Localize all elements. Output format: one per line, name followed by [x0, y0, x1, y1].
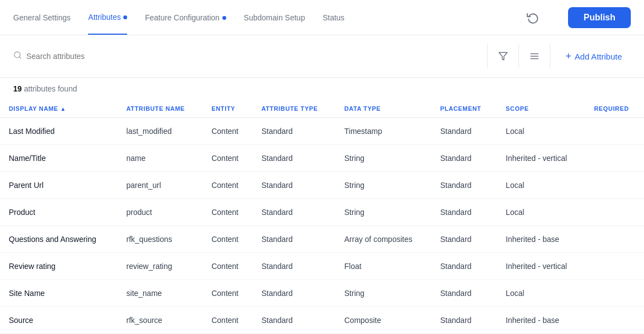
- results-count-row: 19 attributes found: [0, 78, 644, 100]
- sort-arrow-icon: ▲: [61, 106, 67, 112]
- table-row[interactable]: Site Name site_name Content Standard Str…: [0, 280, 644, 307]
- cell-scope: Local: [497, 199, 585, 226]
- cell-display-name: Name/Title: [0, 145, 118, 172]
- cell-attribute-type: Standard: [253, 118, 336, 145]
- cell-attribute-type: Standard: [253, 226, 336, 253]
- cell-attribute-type: Standard: [253, 280, 336, 307]
- table-row[interactable]: Last Modified last_modified Content Stan…: [0, 118, 644, 145]
- cell-placement: Standard: [432, 172, 497, 199]
- col-attribute-type: Attribute Type: [253, 100, 336, 118]
- cell-data-type: Array of composites: [336, 226, 432, 253]
- cell-scope: Local: [497, 172, 585, 199]
- cell-scope: Inherited - base: [497, 307, 585, 334]
- attributes-dot: [123, 15, 127, 19]
- cell-scope: Local: [497, 118, 585, 145]
- table-row[interactable]: Source rfk_source Content Standard Compo…: [0, 307, 644, 334]
- cell-attribute-name: rfk_source: [118, 307, 203, 334]
- cell-placement: Standard: [432, 253, 497, 280]
- cell-display-name: Review rating: [0, 253, 118, 280]
- cell-entity: Content: [203, 172, 253, 199]
- search-icon: [13, 51, 22, 62]
- cell-scope: Inherited - vertical: [497, 145, 585, 172]
- cell-required: [585, 307, 644, 334]
- cell-required: [585, 280, 644, 307]
- cell-entity: Content: [203, 226, 253, 253]
- cell-display-name: Parent Url: [0, 172, 118, 199]
- cell-placement: Standard: [432, 118, 497, 145]
- cell-display-name: Source: [0, 307, 118, 334]
- cell-attribute-type: Standard: [253, 145, 336, 172]
- history-button[interactable]: [522, 7, 544, 29]
- cell-scope: Local: [497, 280, 585, 307]
- nav-subdomain-setup[interactable]: Subdomain Setup: [244, 1, 305, 34]
- nav-feature-configuration[interactable]: Feature Configuration: [145, 1, 226, 34]
- col-display-name: Display Name ▲: [0, 100, 118, 118]
- table-row[interactable]: Review rating review_rating Content Stan…: [0, 253, 644, 280]
- col-scope: Scope: [497, 100, 585, 118]
- cell-attribute-type: Standard: [253, 199, 336, 226]
- cell-required: [585, 199, 644, 226]
- cell-attribute-type: Standard: [253, 307, 336, 334]
- table-row[interactable]: Product product Content Standard String …: [0, 199, 644, 226]
- cell-display-name: Questions and Answering: [0, 226, 118, 253]
- attributes-table-container: Display Name ▲ Attribute Name Entity Att…: [0, 100, 644, 334]
- cell-entity: Content: [203, 280, 253, 307]
- toolbar-divider-1: [487, 44, 488, 68]
- cell-attribute-name: last_modified: [118, 118, 203, 145]
- cell-data-type: String: [336, 280, 432, 307]
- results-label: attributes found: [24, 84, 77, 93]
- cell-placement: Standard: [432, 280, 497, 307]
- table-body: Last Modified last_modified Content Stan…: [0, 118, 644, 335]
- cell-placement: Standard: [432, 199, 497, 226]
- toolbar-divider-3: [550, 44, 550, 68]
- svg-marker-2: [499, 52, 507, 60]
- cell-attribute-name: rfk_questions: [118, 226, 203, 253]
- top-nav: General Settings Attributes Feature Conf…: [0, 0, 644, 35]
- table-row[interactable]: Parent Url parent_url Content Standard S…: [0, 172, 644, 199]
- nav-attributes[interactable]: Attributes: [88, 1, 127, 35]
- feature-config-dot: [222, 16, 226, 20]
- cell-entity: Content: [203, 253, 253, 280]
- table-row[interactable]: Name/Title name Content Standard String …: [0, 145, 644, 172]
- cell-data-type: Timestamp: [336, 118, 432, 145]
- cell-attribute-name: site_name: [118, 280, 203, 307]
- nav-status[interactable]: Status: [323, 1, 345, 34]
- plus-icon: +: [566, 51, 572, 62]
- cell-required: [585, 253, 644, 280]
- cell-display-name: Last Modified: [0, 118, 118, 145]
- col-data-type: Data Type: [336, 100, 432, 118]
- cell-display-name: Product: [0, 199, 118, 226]
- cell-data-type: String: [336, 145, 432, 172]
- toolbar: + Add Attribute: [0, 35, 644, 78]
- cell-attribute-name: review_rating: [118, 253, 203, 280]
- table-row[interactable]: Questions and Answering rfk_questions Co…: [0, 226, 644, 253]
- cell-data-type: Float: [336, 253, 432, 280]
- cell-entity: Content: [203, 199, 253, 226]
- col-required: Required: [585, 100, 644, 118]
- table-header: Display Name ▲ Attribute Name Entity Att…: [0, 100, 644, 118]
- nav-general-settings[interactable]: General Settings: [13, 1, 70, 34]
- add-attribute-button[interactable]: + Add Attribute: [557, 46, 631, 67]
- cell-data-type: Composite: [336, 307, 432, 334]
- cell-required: [585, 172, 644, 199]
- cell-scope: Inherited - base: [497, 226, 585, 253]
- cell-scope: Inherited - vertical: [497, 253, 585, 280]
- attributes-table: Display Name ▲ Attribute Name Entity Att…: [0, 100, 644, 334]
- cell-entity: Content: [203, 118, 253, 145]
- view-toggle-button[interactable]: [521, 44, 548, 68]
- cell-entity: Content: [203, 145, 253, 172]
- search-input[interactable]: [26, 52, 192, 61]
- cell-attribute-name: product: [118, 199, 203, 226]
- cell-data-type: String: [336, 199, 432, 226]
- cell-attribute-type: Standard: [253, 172, 336, 199]
- cell-required: [585, 145, 644, 172]
- cell-data-type: String: [336, 172, 432, 199]
- col-attribute-name: Attribute Name: [118, 100, 203, 118]
- col-placement: Placement: [432, 100, 497, 118]
- filter-button[interactable]: [490, 44, 516, 68]
- cell-attribute-type: Standard: [253, 253, 336, 280]
- cell-placement: Standard: [432, 226, 497, 253]
- publish-button[interactable]: Publish: [568, 7, 631, 28]
- svg-line-1: [19, 57, 21, 58]
- cell-attribute-name: name: [118, 145, 203, 172]
